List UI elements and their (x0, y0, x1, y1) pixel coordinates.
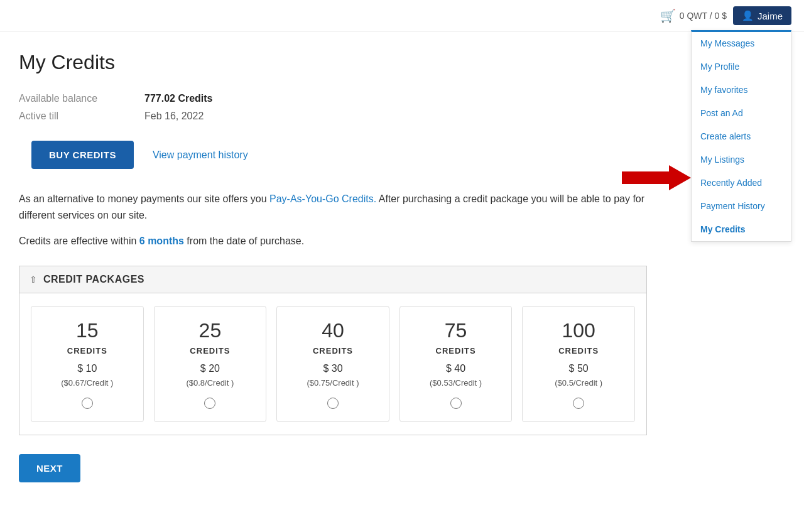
package-radio[interactable] (82, 398, 93, 409)
package-price: $ 20 (200, 363, 220, 374)
packages-header-label: CREDIT PACKAGES (43, 274, 144, 285)
package-card-4[interactable]: 75 CREDITS $ 40 ($0.53/Credit ) (399, 306, 513, 422)
package-per-credit: ($0.75/Credit ) (307, 378, 359, 388)
dropdown-item-favorites[interactable]: My favorites (692, 79, 791, 102)
dropdown-item-my-credits[interactable]: My Credits (692, 218, 791, 241)
info-table: Available balance 777.02 Credits Active … (19, 93, 647, 122)
user-icon: 👤 (742, 10, 754, 21)
package-radio[interactable] (204, 398, 215, 409)
svg-marker-0 (622, 165, 691, 190)
package-credits-num: 25 (199, 319, 222, 342)
user-button[interactable]: 👤 Jaime (733, 6, 791, 25)
dropdown-item-profile[interactable]: My Profile (692, 55, 791, 79)
description-text: As an alternative to money payments our … (19, 191, 647, 223)
cart-label: 0 QWT / 0 $ (680, 11, 727, 21)
main-content: My Credits Available balance 777.02 Cred… (0, 32, 666, 508)
package-price: $ 50 (569, 363, 589, 374)
arrow-annotation (622, 162, 697, 193)
active-till-row: Active till Feb 16, 2022 (19, 111, 647, 122)
next-button[interactable]: NEXT (19, 454, 80, 482)
package-card-5[interactable]: 100 CREDITS $ 50 ($0.5/Credit ) (522, 306, 635, 422)
action-row: BUY CREDITS View payment history (19, 141, 647, 169)
balance-row: Available balance 777.02 Credits (19, 93, 647, 104)
active-till-value: Feb 16, 2022 (144, 111, 204, 122)
cart-icon: 🛒 (660, 8, 676, 23)
package-per-credit: ($0.67/Credit ) (61, 378, 113, 388)
balance-label: Available balance (19, 93, 144, 104)
months-info: Credits are effective within 6 months fr… (19, 236, 647, 247)
package-per-credit: ($0.5/Credit ) (555, 378, 602, 388)
dropdown-item-create-alerts[interactable]: Create alerts (692, 125, 791, 148)
package-radio[interactable] (327, 398, 339, 409)
balance-value: 777.02 Credits (144, 93, 213, 104)
package-radio[interactable] (573, 398, 584, 409)
dropdown-item-messages[interactable]: My Messages (692, 32, 791, 55)
header: 🛒 0 QWT / 0 $ 👤 Jaime (0, 0, 804, 32)
dropdown-item-recently-added[interactable]: Recently Added (692, 171, 791, 195)
months-strong: 6 months (139, 236, 184, 246)
package-credits-label: CREDITS (558, 346, 599, 356)
dropdown-item-listings[interactable]: My Listings (692, 148, 791, 171)
package-price: $ 40 (446, 363, 465, 374)
view-payment-history-link[interactable]: View payment history (153, 149, 248, 161)
arrow-icon (622, 165, 691, 190)
package-credits-label: CREDITS (67, 346, 107, 356)
package-credits-num: 40 (322, 319, 344, 342)
credit-packages-section: ⇧ CREDIT PACKAGES 15 CREDITS $ 10 ($0.67… (19, 266, 647, 435)
page-title: My Credits (19, 51, 647, 74)
package-radio[interactable] (450, 398, 462, 409)
package-credits-label: CREDITS (436, 346, 476, 356)
package-credits-num: 100 (562, 319, 595, 342)
cart-area: 🛒 0 QWT / 0 $ (660, 8, 727, 23)
packages-grid: 15 CREDITS $ 10 ($0.67/Credit ) 25 CREDI… (19, 293, 646, 435)
active-till-label: Active till (19, 111, 144, 122)
highlight-credits: Pay-As-You-Go Credits. (269, 193, 376, 204)
package-per-credit: ($0.8/Credit ) (186, 378, 234, 388)
package-card-1[interactable]: 15 CREDITS $ 10 ($0.67/Credit ) (31, 306, 144, 422)
packages-header[interactable]: ⇧ CREDIT PACKAGES (19, 266, 646, 293)
package-price: $ 10 (77, 363, 97, 374)
package-price: $ 30 (323, 363, 342, 374)
package-credits-label: CREDITS (190, 346, 230, 356)
dropdown-menu: My Messages My Profile My favorites Post… (691, 30, 791, 242)
chevron-up-icon: ⇧ (30, 274, 37, 285)
dropdown-item-post-ad[interactable]: Post an Ad (692, 102, 791, 125)
package-credits-num: 15 (76, 319, 99, 342)
package-credits-label: CREDITS (313, 346, 353, 356)
user-label: Jaime (758, 11, 783, 21)
package-card-2[interactable]: 25 CREDITS $ 20 ($0.8/Credit ) (154, 306, 267, 422)
package-card-3[interactable]: 40 CREDITS $ 30 ($0.75/Credit ) (276, 306, 389, 422)
dropdown-item-payment-history[interactable]: Payment History (692, 195, 791, 218)
package-per-credit: ($0.53/Credit ) (430, 378, 482, 388)
package-credits-num: 75 (445, 319, 467, 342)
buy-credits-button[interactable]: BUY CREDITS (31, 141, 134, 169)
